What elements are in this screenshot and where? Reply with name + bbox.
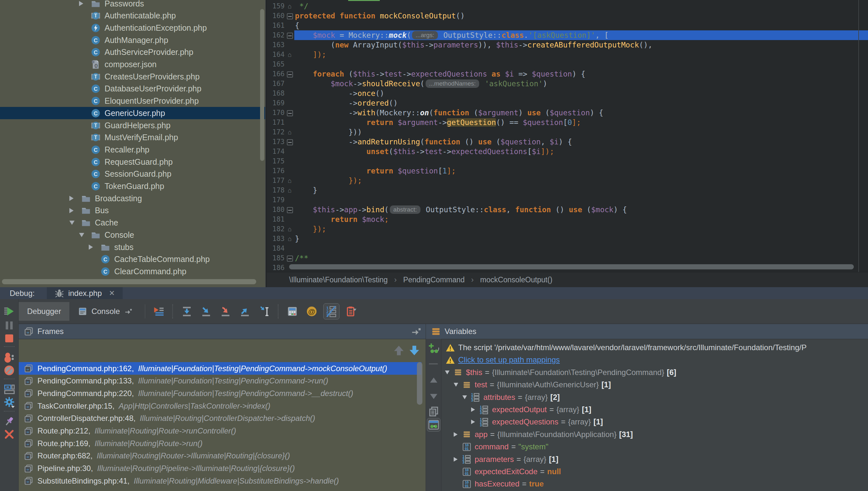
code-line-160[interactable]: 160protected function mockConsoleOutput(… (267, 11, 868, 21)
code-line-172[interactable]: 172⌂ })) (267, 127, 868, 137)
variable-row-app[interactable]: app={Illuminate\Foundation\Application}[… (441, 428, 868, 441)
close-icon[interactable] (3, 428, 15, 440)
fold-region-icon[interactable] (285, 108, 294, 118)
chevron-right-icon[interactable] (454, 432, 462, 437)
variable-row-parameters[interactable]: 123parameters={array}[1] (441, 453, 868, 465)
close-session-icon[interactable]: ✕ (109, 289, 115, 297)
code-line-173[interactable]: 173 ->andReturnUsing(function () use ($q… (267, 137, 868, 147)
code-line-169[interactable]: 169 ->ordered() (267, 98, 868, 108)
copy-icon[interactable] (428, 406, 439, 417)
tab-console[interactable]: Console (69, 302, 141, 321)
fold-region-icon[interactable] (285, 137, 294, 147)
debug-session-tab[interactable]: index.php ✕ (47, 287, 123, 299)
frame-row[interactable]: ‹›PendingCommand.php:133,Illuminate|Foun… (19, 375, 422, 387)
code-line-178[interactable]: 178⌂ } (267, 185, 868, 195)
previous-frame-button[interactable] (392, 343, 406, 357)
warning-row[interactable]: The script '/private/var/html/www/lavare… (441, 341, 868, 354)
code-line-162[interactable]: 162 $mock = Mockery::mock(...args: Outpu… (267, 30, 868, 40)
add-watch-icon[interactable] (428, 343, 439, 354)
code-line-161[interactable]: 161{ (267, 21, 868, 30)
chevron-right-icon[interactable] (69, 208, 81, 213)
fold-end-icon[interactable]: ⌂ (285, 176, 294, 185)
tree-item-eloquentuserprovider-php[interactable]: CEloquentUserProvider.php (0, 95, 265, 107)
tree-item-authserviceprovider-php[interactable]: CAuthServiceProvider.php (0, 46, 265, 58)
tree-item-createsuserproviders-php[interactable]: TCreatesUserProviders.php (0, 70, 265, 83)
tree-item-passwords[interactable]: Passwords (0, 0, 265, 10)
mute-breakpoints-icon[interactable] (3, 365, 15, 376)
hide-frames-icon[interactable] (411, 326, 422, 337)
code-line-183[interactable]: 183⌂} (267, 234, 868, 243)
code-line-182[interactable]: 182⌂ }); (267, 224, 868, 234)
up-small-icon[interactable] (428, 374, 439, 386)
frame-row[interactable]: ‹›ControllerDispatcher.php:48,Illuminate… (19, 412, 422, 425)
tree-item-recaller-php[interactable]: CRecaller.php (0, 143, 265, 156)
frame-row[interactable]: ‹›SubstituteBindings.php:41,Illuminate|R… (19, 474, 422, 487)
chevron-right-icon[interactable] (79, 1, 91, 6)
evaluate-expression-icon[interactable] (285, 304, 300, 319)
code-line-171[interactable]: 171 return $argument->getQuestion() == $… (267, 118, 868, 127)
variable-row-expectedquestions[interactable]: 123expectedQuestions={array}[1] (441, 416, 868, 428)
tree-item-databaseuserprovider-php[interactable]: CDatabaseUserProvider.php (0, 83, 265, 95)
rerun-icon[interactable] (3, 306, 15, 318)
code-line-176[interactable]: 176 return $question[1]; (267, 166, 868, 176)
frame-row[interactable]: ‹›PendingCommand.php:162,Illuminate|Foun… (19, 362, 422, 375)
reset-frame-icon[interactable] (343, 304, 359, 319)
tree-item-composer-json[interactable]: {}composer.json (0, 58, 265, 71)
show-execution-point-icon[interactable] (151, 304, 166, 319)
pin-icon[interactable] (3, 415, 15, 427)
frame-row[interactable]: ‹›PendingCommand.php:220,Illuminate|Foun… (19, 387, 422, 400)
next-frame-button[interactable] (407, 343, 422, 357)
tree-item-mustverifyemail-php[interactable]: TMustVerifyEmail.php (0, 132, 265, 144)
fold-region-icon[interactable] (285, 30, 294, 40)
code-line-179[interactable]: 179 (267, 195, 868, 205)
frame-row[interactable]: ‹›Pipeline.php:30,Illuminate|Routing|Pip… (19, 462, 422, 475)
chevron-right-icon[interactable] (454, 457, 462, 462)
chevron-down-icon[interactable] (69, 221, 81, 225)
tree-item-console[interactable]: Console (0, 229, 265, 241)
fold-end-icon[interactable]: ⌂ (285, 127, 294, 137)
fold-region-icon[interactable] (285, 205, 294, 214)
fold-region-icon[interactable] (285, 11, 294, 21)
step-out-icon[interactable] (237, 304, 253, 319)
code-line-181[interactable]: 181 return $mock; (267, 214, 868, 224)
numbered-list-toggle-icon[interactable]: 123 (323, 303, 339, 319)
chevron-right-icon[interactable] (471, 420, 479, 424)
force-step-into-icon[interactable] (218, 304, 233, 319)
frame-row[interactable]: ‹›Router.php:682,Illuminate|Routing|Rout… (19, 450, 422, 462)
settings-icon[interactable] (3, 396, 15, 408)
variable-row-hasexecuted[interactable]: 1001hasExecuted=true (441, 478, 868, 490)
variable-row-test[interactable]: test={Illuminate\Auth\GenericUser}[1] (441, 379, 868, 391)
step-into-icon[interactable] (198, 304, 214, 319)
fold-region-icon[interactable] (285, 69, 294, 79)
code-line-177[interactable]: 177⌂ }); (267, 176, 868, 185)
fold-end-icon[interactable]: ⌂ (285, 50, 294, 59)
frames-scrollbar[interactable] (417, 362, 423, 405)
code-line-165[interactable]: 165 (267, 59, 868, 69)
breadcrumb-item[interactable]: \Illuminate\Foundation\Testing (289, 276, 388, 284)
code-line-166[interactable]: 166 foreach ($this->test->expectedQuesti… (267, 69, 868, 79)
down-small-icon[interactable] (428, 391, 439, 402)
chevron-right-icon[interactable] (471, 407, 479, 412)
tree-item-authenticatable-php[interactable]: TAuthenticatable.php (0, 10, 265, 22)
fold-end-icon[interactable]: ⌂ (285, 1, 294, 11)
stop-icon[interactable] (3, 333, 15, 344)
variable-row-command[interactable]: 1001command="system" (441, 441, 868, 453)
view-breakpoints-icon[interactable] (3, 351, 15, 364)
chevron-down-icon[interactable] (454, 383, 462, 387)
tree-item-sessionguard-php[interactable]: CSessionGuard.php (0, 168, 265, 180)
run-to-cursor-icon[interactable] (256, 304, 272, 319)
restore-layout-icon[interactable] (3, 383, 15, 395)
tree-item-cachetablecommand-php[interactable]: CCacheTableCommand.php (0, 253, 265, 265)
breadcrumb-item[interactable]: PendingCommand (403, 276, 465, 284)
code-line-163[interactable]: 163 (new ArrayInput($this->parameters)),… (267, 40, 868, 50)
code-line-170[interactable]: 170 ->with(Mockery::on(function ($argume… (267, 108, 868, 118)
tree-item-genericuser-php[interactable]: CGenericUser.php (0, 107, 265, 119)
breadcrumb-item[interactable]: mockConsoleOutput() (480, 276, 552, 284)
fold-region-icon[interactable] (285, 253, 294, 263)
code-editor[interactable]: 159⌂ */160protected function mockConsole… (266, 0, 868, 287)
code-line-174[interactable]: 174 unset($this->test->expectedQuestions… (267, 147, 868, 156)
tree-item-authenticationexception-php[interactable]: AuthenticationException.php (0, 22, 265, 34)
tree-item-cache[interactable]: Cache (0, 217, 265, 229)
variable-row-this[interactable]: $this={Illuminate\Foundation\Testing\Pen… (441, 366, 868, 379)
chevron-right-icon[interactable] (89, 244, 100, 250)
